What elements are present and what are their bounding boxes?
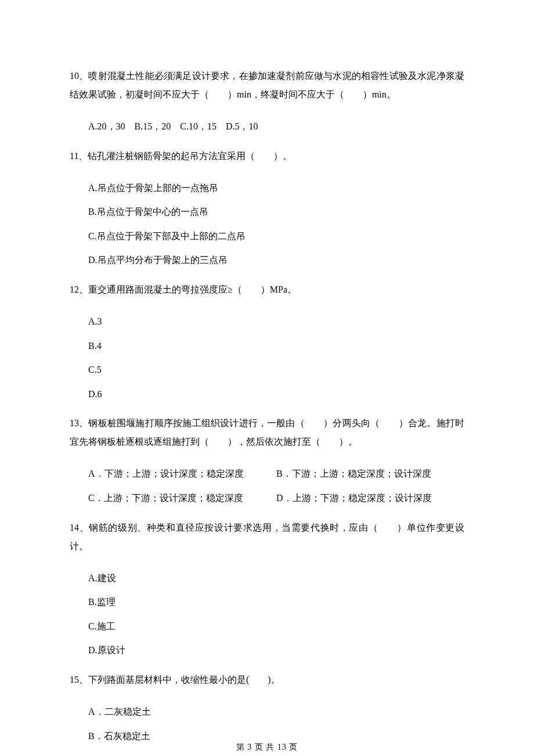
question-14-stem: 14、钢筋的级别、种类和直径应按设计要求选用，当需要代换时，应由（ ）单位作变更… — [70, 519, 464, 556]
question-12-option-b: B.4 — [88, 334, 464, 358]
question-13-option-b: B．下游；上游；稳定深度；设计深度 — [276, 462, 464, 486]
question-11-option-a: A.吊点位于骨架上部的一点拖吊 — [88, 176, 464, 200]
question-11-stem: 11、钻孔灌注桩钢筋骨架的起吊方法宜采用（ ）。 — [70, 147, 464, 165]
question-15-stem: 15、下列路面基层材料中，收缩性最小的是( )。 — [70, 671, 464, 689]
question-13-stem: 13、钢板桩围堰施打顺序按施工组织设计进行，一般由（ ）分两头向（ ）合龙。施打… — [70, 414, 464, 451]
question-10-stem: 10、喷射混凝土性能必须满足设计要求，在掺加速凝剂前应做与水泥的相容性试验及水泥… — [70, 67, 464, 104]
question-11-option-d: D.吊点平均分布于骨架上的三点吊 — [88, 248, 464, 272]
question-15-option-a: A．二灰稳定土 — [88, 700, 464, 724]
question-14-option-a: A.建设 — [88, 566, 464, 591]
question-14-option-b: B.监理 — [88, 590, 464, 614]
page: 10、喷射混凝土性能必须满足设计要求，在掺加速凝剂前应做与水泥的相容性试验及水泥… — [0, 0, 534, 756]
question-12-options: A.3 B.4 C.5 D.6 — [70, 309, 464, 406]
question-11-option-b: B.吊点位于骨架中心的一点吊 — [88, 200, 464, 224]
question-12-option-d: D.6 — [88, 382, 464, 406]
question-13-option-c: C．上游；下游；设计深度；稳定深度 — [88, 486, 276, 510]
question-12-option-c: C.5 — [88, 358, 464, 382]
question-13-option-a: A．下游；上游；设计深度；稳定深度 — [88, 462, 276, 486]
question-14-option-d: D.原设计 — [88, 638, 464, 663]
question-12-stem: 12、重交通用路面混凝土的弯拉强度应≥（ ）MPa。 — [70, 280, 464, 299]
question-14-options: A.建设 B.监理 C.施工 D.原设计 — [70, 566, 464, 663]
question-11-option-c: C.吊点位于骨架下部及中上部的二点吊 — [88, 224, 464, 249]
question-11-options: A.吊点位于骨架上部的一点拖吊 B.吊点位于骨架中心的一点吊 C.吊点位于骨架下… — [70, 176, 464, 272]
question-10-options: A.20，30 B.15，20 C.10，15 D.5，10 — [70, 114, 464, 139]
question-13-options: A．下游；上游；设计深度；稳定深度 B．下游；上游；稳定深度；设计深度 C．上游… — [70, 462, 464, 510]
question-14-option-c: C.施工 — [88, 614, 464, 639]
page-footer: 第 3 页 共 13 页 — [0, 741, 534, 753]
question-12-option-a: A.3 — [88, 309, 464, 334]
question-13-option-d: D．上游；下游；稳定深度；设计深度 — [276, 486, 464, 510]
